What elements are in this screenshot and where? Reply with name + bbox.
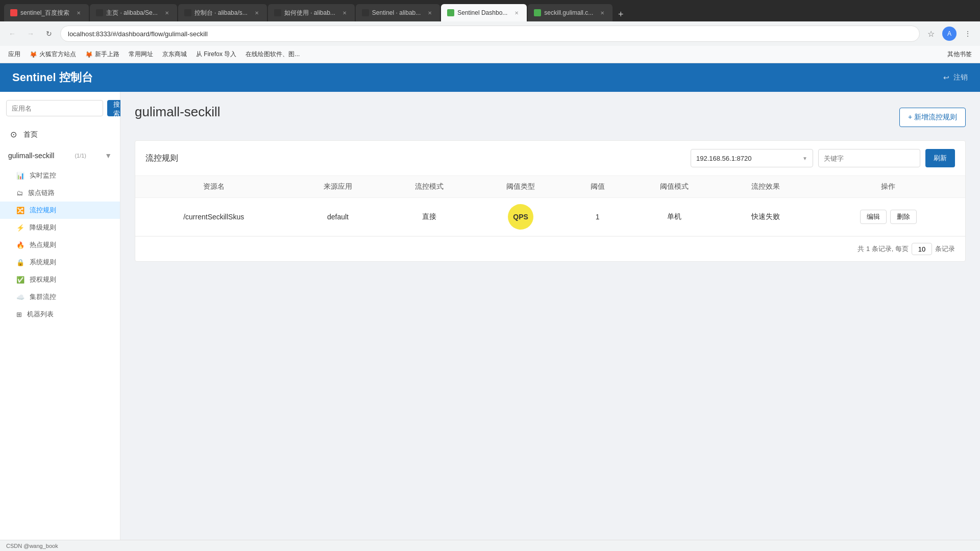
tab-close-3[interactable]: ✕ [253, 9, 261, 17]
page-size-input[interactable] [912, 243, 932, 255]
sidebar-item-degradation[interactable]: ⚡ 降级规则 [0, 219, 120, 236]
bookmark-star-button[interactable]: ☆ [924, 27, 938, 41]
ip-select-value: 192.168.56.1:8720 [696, 155, 751, 162]
logout-icon: ↩ [943, 73, 949, 82]
page-title: gulimall-seckill [135, 104, 220, 120]
flow-label: 流控规则 [30, 206, 56, 215]
tab-label-3: 控制台 · alibaba/s... [194, 9, 248, 17]
tab-close-5[interactable]: ✕ [426, 9, 434, 17]
machines-label: 机器列表 [27, 310, 54, 319]
machines-icon: ⊞ [16, 311, 22, 318]
tab-2[interactable]: 主页 · alibaba/Se... ✕ [90, 4, 177, 21]
bookmark-newuser-label: 新手上路 [95, 50, 119, 59]
bookmark-apps[interactable]: 应用 [4, 48, 24, 61]
edit-button[interactable]: 编辑 [860, 210, 887, 224]
col-source: 来源应用 [292, 176, 383, 198]
app-title: Sentinel 控制台 [12, 70, 93, 85]
new-rule-button[interactable]: + 新增流控规则 [899, 108, 966, 127]
bookmark-others[interactable]: 其他书签 [943, 48, 976, 61]
tab-close-6[interactable]: ✕ [512, 9, 521, 17]
tab-favicon-1 [10, 9, 17, 16]
sidebar: 搜索 ⊙ 首页 gulimall-seckill (1/1) ▼ 📊 [0, 92, 120, 540]
sidebar-item-home[interactable]: ⊙ 首页 [0, 124, 120, 144]
tab-favicon-3 [184, 9, 191, 16]
bookmark-import[interactable]: 从 Firefox 导入 [192, 48, 240, 61]
sidebar-item-cluster[interactable]: ☁️ 集群流控 [0, 288, 120, 306]
tab-close-1[interactable]: ✕ [75, 9, 83, 17]
bookmark-newuser[interactable]: 🦊 新手上路 [81, 48, 124, 61]
home-icon: ⊙ [8, 130, 18, 139]
tab-favicon-5 [362, 9, 369, 16]
delete-button[interactable]: 删除 [890, 210, 917, 224]
reload-button[interactable]: ↻ [42, 27, 56, 41]
refresh-button[interactable]: 刷新 [925, 149, 955, 167]
keyword-input[interactable] [818, 149, 920, 167]
col-flowmode: 流控模式 [384, 176, 475, 198]
total-text: 共 1 条记录, 每页 [857, 244, 909, 254]
rule-panel-header: 流控规则 192.168.56.1:8720 ▼ 刷新 [135, 141, 965, 176]
back-button[interactable]: ← [5, 27, 19, 41]
bookmark-common[interactable]: 常用网址 [125, 48, 157, 61]
bookmark-jd[interactable]: 京东商城 [158, 48, 191, 61]
bottom-text: CSDN @wang_book [6, 543, 58, 549]
sidebar-item-machines[interactable]: ⊞ 机器列表 [0, 306, 120, 323]
tab-5[interactable]: Sentinel · alibab... ✕ [356, 4, 440, 21]
profile-button[interactable]: A [942, 27, 957, 41]
extension-button[interactable]: ⋮ [961, 27, 975, 41]
rule-table: 资源名 来源应用 流控模式 阈值类型 阈值 阈值模式 流控效果 操作 [135, 176, 965, 236]
logout-label: 注销 [953, 73, 968, 82]
cell-resource: /currentSeckillSkus [135, 198, 292, 236]
tab-label-1: sentinel_百度搜索 [20, 9, 69, 17]
address-bar-row: ← → ↻ localhost:8333/#/dashboard/flow/gu… [0, 21, 980, 46]
auth-icon: ✅ [16, 276, 24, 284]
new-tab-button[interactable]: + [614, 7, 628, 21]
cell-source: default [292, 198, 383, 236]
bookmark-apps-label: 应用 [8, 50, 20, 59]
rule-panel: 流控规则 192.168.56.1:8720 ▼ 刷新 [135, 140, 966, 262]
qps-badge: QPS [508, 204, 533, 230]
bookmark-drawing-label: 在线绘图软件、图... [246, 50, 300, 59]
sidebar-item-hotspot[interactable]: 🔥 热点规则 [0, 236, 120, 254]
sidebar-item-auth[interactable]: ✅ 授权规则 [0, 271, 120, 288]
tab-6[interactable]: Sentinel Dashbo... ✕ [441, 4, 527, 21]
rule-panel-controls: 192.168.56.1:8720 ▼ 刷新 [691, 149, 955, 167]
cell-flowmode: 直接 [384, 198, 475, 236]
sidebar-item-routes[interactable]: 🗂 簇点链路 [0, 184, 120, 202]
tab-close-4[interactable]: ✕ [340, 9, 349, 17]
system-icon: 🔒 [16, 259, 24, 266]
tab-close-7[interactable]: ✕ [598, 9, 606, 17]
tab-label-4: 如何使用 · alibab... [284, 9, 335, 17]
degradation-icon: ⚡ [16, 224, 24, 232]
realtime-label: 实时监控 [30, 171, 56, 180]
tab-1[interactable]: sentinel_百度搜索 ✕ [4, 4, 89, 21]
tab-close-2[interactable]: ✕ [163, 9, 171, 17]
tab-3[interactable]: 控制台 · alibaba/s... ✕ [178, 4, 267, 21]
sidebar-app-header[interactable]: gulimall-seckill (1/1) ▼ [8, 148, 112, 163]
degradation-label: 降级规则 [30, 223, 56, 232]
flow-icon: 🔀 [16, 207, 24, 214]
address-text: localhost:8333/#/dashboard/flow/gulimall… [68, 30, 208, 38]
bookmark-others-label: 其他书签 [947, 50, 972, 59]
forward-button[interactable]: → [23, 27, 38, 41]
app-search-input[interactable] [6, 100, 103, 116]
address-bar[interactable]: localhost:8333/#/dashboard/flow/gulimall… [60, 26, 920, 42]
tab-favicon-4 [274, 9, 281, 16]
app-header: Sentinel 控制台 ↩ 注销 [0, 63, 980, 92]
logout-button[interactable]: ↩ 注销 [943, 73, 968, 82]
bookmark-drawing[interactable]: 在线绘图软件、图... [241, 48, 304, 61]
sidebar-item-realtime[interactable]: 📊 实时监控 [0, 167, 120, 184]
tab-7[interactable]: seckill.gulimall.c... ✕ [528, 4, 612, 21]
cell-floweffect: 快速失败 [720, 198, 812, 236]
ip-select[interactable]: 192.168.56.1:8720 ▼ [691, 149, 813, 167]
sidebar-item-flow[interactable]: 🔀 流控规则 [0, 202, 120, 219]
cell-threshold: 1 [567, 198, 629, 236]
cell-thresholdtype: QPS [475, 198, 567, 236]
tab-favicon-7 [534, 9, 541, 16]
col-resource: 资源名 [135, 176, 292, 198]
bookmark-firefox[interactable]: 🦊 火狐官方站点 [26, 48, 80, 61]
routes-label: 簇点链路 [28, 188, 55, 197]
hotspot-label: 热点规则 [30, 240, 56, 249]
tab-4[interactable]: 如何使用 · alibab... ✕ [268, 4, 355, 21]
chevron-down-icon: ▼ [105, 152, 112, 160]
sidebar-item-system[interactable]: 🔒 系统规则 [0, 254, 120, 271]
